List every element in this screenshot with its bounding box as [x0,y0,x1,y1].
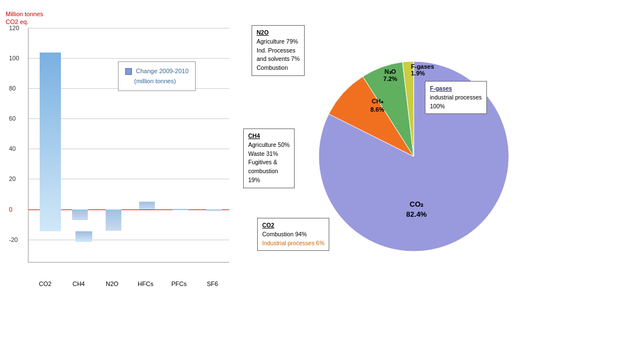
ann-ch4-line3: Fugitives & [248,158,290,167]
ann-n2o-line1: Agriculture 79% [257,37,300,46]
xlabel-n2o: N2O [96,280,129,287]
ann-co2-title: CO2 [262,221,324,230]
ann-n2o-line4: Combustion [257,64,300,73]
xlabel-hfcs: HFCs [129,280,162,287]
pie-label-n2o-inner: N₂O [385,68,396,75]
bar-n2o-fill [106,209,121,231]
ann-ch4-line4: combustion [248,167,290,176]
ann-ch4-title: CH4 [248,132,290,141]
pie-label-co2: CO₂ [410,200,424,208]
x-axis-labels: CO2 CH4 N2O HFCs PFCs SF6 [29,280,229,287]
label-40: 40 [9,145,16,152]
legend-sublabel: (million tonnes) [125,78,176,84]
ann-co2-line1: Combustion 94% [262,230,324,239]
xlabel-pfcs: PFCs [162,280,196,287]
annotation-co2: CO2 Combustion 94% Industrial processes … [257,218,329,251]
chart-container: Million tonnes CO2 eq. 120 100 80 60 40 [0,0,644,362]
pie-chart-section: CO₂ 82.4% CH₄ 8.6% N₂O 7.2% N2O Agricult… [240,6,638,356]
ann-fgases-line2: 100% [430,102,482,111]
y-label-tonnes: tonnes [23,11,43,17]
bar-sf6-fill [206,209,222,211]
legend-swatch [125,68,132,75]
bar-chart-area: 120 100 80 60 40 20 0 -20 [28,28,229,263]
annotation-ch4: CH4 Agriculture 50% Waste 31% Fugitives … [243,128,295,188]
pie-fgases-outer-label: F-gases1.9% [411,63,434,77]
label-80: 80 [9,85,16,92]
ann-ch4-line5: 19% [248,176,290,185]
pie-wrapper: CO₂ 82.4% CH₄ 8.6% N₂O 7.2% N2O Agricult… [240,17,638,356]
ann-n2o-line2: Ind. Processes [257,46,300,55]
bar-co2 [36,53,64,231]
bar-pfcs-fill [173,209,188,210]
label-120: 120 [9,25,19,31]
ann-ch4-line2: Waste 31% [248,150,290,159]
ann-n2o-title: N2O [257,28,300,37]
ann-n2o-line3: and solvents 7% [257,55,300,64]
annotation-n2o: N2O Agriculture 79% Ind. Processes and s… [252,25,305,76]
y-label-million: Million [6,11,23,17]
label-20: 20 [9,175,16,182]
ann-co2-line2: Industrial processes 6% [262,239,324,248]
label-neg20: -20 [9,236,18,243]
bar-ch4-neg [75,231,92,242]
ann-fgases-line1: industrial processes [430,93,482,102]
label-0: 0 [9,206,12,213]
xlabel-sf6: SF6 [196,280,229,287]
label-60: 60 [9,115,16,122]
xlabel-co2: CO2 [29,280,62,287]
y-axis-label: Million tonnes CO2 eq. [6,10,43,26]
legend-label: Change 2009-2010 [136,68,188,74]
bar-ch4-fill [72,209,88,220]
bar-co2-fill [40,53,61,231]
label-100: 100 [9,55,19,61]
bar-hfcs-fill [139,202,155,209]
pie-label-ch4: CH₄ [372,98,383,104]
grid-neg20: -20 [29,240,229,240]
ann-fgases-title: F-gases [430,84,482,93]
ann-ch4-line1: Agriculture 50% [248,141,290,150]
xlabel-ch4: CH4 [62,280,96,287]
annotation-fgases: F-gases industrial processes 100% [425,81,487,114]
pie-pct-n2o: 7.2% [383,75,397,82]
pie-pct-co2: 82.4% [406,210,427,218]
grid-120: 120 [29,28,229,28]
bar-chart-section: Million tonnes CO2 eq. 120 100 80 60 40 [6,6,240,356]
legend-box: Change 2009-2010 (million tonnes) [118,61,196,91]
pie-pct-ch4: 8.6% [370,106,384,113]
